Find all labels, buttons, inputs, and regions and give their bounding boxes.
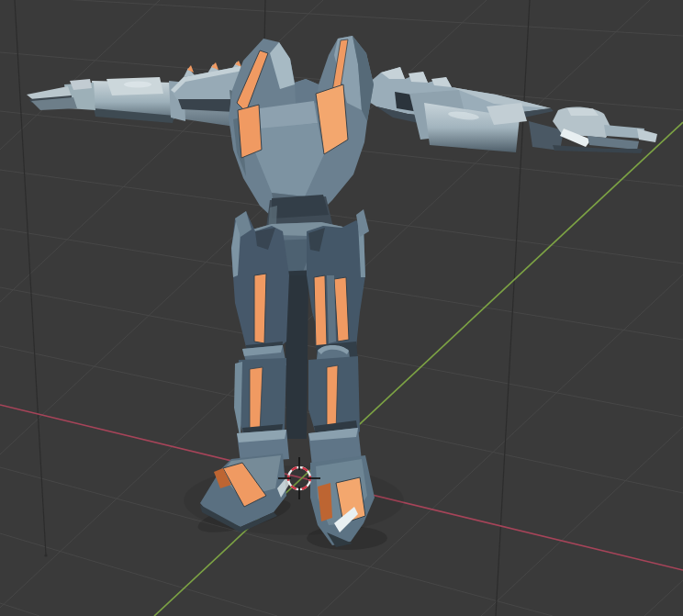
chest-left-orange-panel [238,105,262,158]
leg-gap-shadow [285,275,308,439]
viewport-canvas[interactable] [0,0,683,616]
viewport-3d[interactable] [0,0,683,616]
